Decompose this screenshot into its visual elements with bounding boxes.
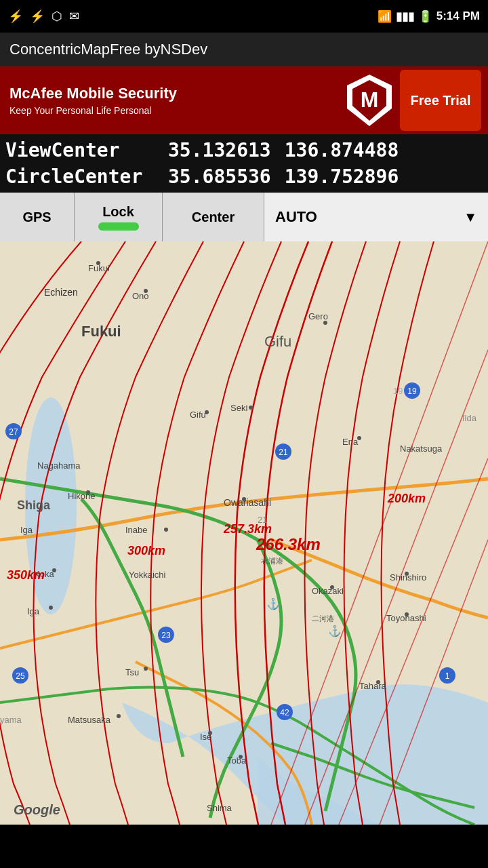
- svg-point-33: [52, 568, 56, 572]
- wifi-icon: 📶: [378, 9, 392, 24]
- svg-text:Inabe: Inabe: [125, 525, 148, 535]
- view-center-row: ViewCenter 35.132613 136.874488: [5, 137, 483, 163]
- auto-dropdown[interactable]: AUTO ▼: [264, 193, 488, 241]
- view-center-lat: 35.132613: [168, 137, 271, 163]
- center-label: Center: [192, 210, 235, 225]
- lock-button[interactable]: Lock: [75, 193, 163, 241]
- view-center-label: ViewCenter: [5, 137, 168, 163]
- svg-text:yama: yama: [0, 715, 22, 725]
- svg-point-24: [86, 490, 90, 494]
- lock-indicator: [98, 222, 139, 231]
- svg-text:M: M: [361, 87, 379, 112]
- svg-text:23: 23: [161, 631, 171, 640]
- svg-point-15: [205, 410, 209, 414]
- svg-text:Tsu: Tsu: [125, 667, 139, 677]
- svg-text:Gifu: Gifu: [264, 333, 291, 350]
- svg-text:衣浦港: 衣浦港: [261, 557, 283, 565]
- svg-text:300km: 300km: [127, 544, 165, 557]
- gmail-icon: ✉: [69, 9, 79, 24]
- svg-text:Matsusaka: Matsusaka: [68, 715, 111, 725]
- map-container[interactable]: Fukui Echizen Ono Fukui Gero Gifu Gifu S…: [0, 241, 488, 825]
- ad-cta-label: Free Trial: [411, 92, 471, 108]
- svg-text:Seki: Seki: [230, 403, 247, 413]
- svg-text:350km: 350km: [7, 568, 45, 582]
- ad-content: McAfee Mobile Security Keep Your Persona…: [0, 78, 339, 123]
- svg-point-61: [208, 731, 212, 735]
- svg-text:21: 21: [279, 448, 288, 457]
- gps-label: GPS: [22, 210, 51, 225]
- svg-text:Gifu: Gifu: [190, 410, 206, 420]
- battery-icon: 🔋: [418, 9, 432, 24]
- svg-point-63: [239, 755, 243, 759]
- svg-text:19: 19: [393, 386, 403, 396]
- view-center-lng: 136.874488: [285, 137, 399, 163]
- circle-center-lng: 139.752896: [285, 163, 399, 190]
- circle-center-label: CircleCenter: [5, 163, 168, 190]
- svg-text:1: 1: [445, 671, 450, 681]
- svg-text:25: 25: [16, 671, 25, 681]
- svg-point-66: [376, 680, 380, 684]
- svg-point-29: [164, 528, 168, 532]
- svg-point-19: [357, 436, 361, 440]
- svg-text:Iga: Iga: [27, 606, 40, 616]
- app-title: ConcentricMapFree byNSDev: [9, 41, 207, 58]
- svg-text:27: 27: [9, 427, 18, 437]
- svg-point-58: [117, 714, 121, 718]
- signal-icon: ▮▮▮: [396, 9, 414, 24]
- auto-label: AUTO: [275, 208, 317, 226]
- svg-point-40: [405, 612, 409, 616]
- svg-text:257.3km: 257.3km: [223, 522, 272, 536]
- svg-text:Nakatsuga: Nakatsuga: [400, 443, 443, 454]
- svg-point-6: [96, 261, 100, 265]
- svg-text:266.3km: 266.3km: [256, 535, 321, 553]
- svg-text:⚓: ⚓: [266, 597, 280, 610]
- svg-point-70: [405, 572, 409, 576]
- google-watermark: Google: [14, 802, 60, 818]
- ad-logo: M: [339, 70, 400, 131]
- svg-text:19: 19: [407, 387, 417, 396]
- ad-cta-button[interactable]: Free Trial: [400, 70, 481, 131]
- android-icon: ⬡: [52, 9, 62, 24]
- svg-text:Tahara: Tahara: [359, 681, 387, 691]
- circle-center-row: CircleCenter 35.685536 139.752896: [5, 163, 483, 190]
- svg-point-9: [144, 289, 148, 293]
- lock-label: Lock: [102, 204, 134, 220]
- svg-text:Gero: Gero: [308, 311, 328, 321]
- svg-text:二河港: 二河港: [312, 614, 334, 623]
- svg-point-35: [49, 606, 53, 610]
- svg-text:Ena: Ena: [342, 437, 359, 447]
- ad-subtitle: Keep Your Personal Life Personal: [9, 105, 329, 116]
- ad-title: McAfee Mobile Security: [9, 85, 329, 102]
- ad-banner[interactable]: McAfee Mobile Security Keep Your Persona…: [0, 66, 488, 134]
- title-bar: ConcentricMapFree byNSDev: [0, 33, 488, 66]
- svg-text:Iida: Iida: [462, 413, 477, 423]
- svg-text:⚓: ⚓: [328, 625, 342, 637]
- svg-point-12: [323, 321, 327, 325]
- svg-point-27: [242, 497, 246, 501]
- chevron-down-icon: ▼: [464, 210, 477, 225]
- svg-text:Shima: Shima: [207, 803, 232, 813]
- svg-text:Echizen: Echizen: [44, 287, 78, 298]
- coordinates-section: ViewCenter 35.132613 136.874488 CircleCe…: [0, 134, 488, 193]
- gps-button[interactable]: GPS: [0, 193, 75, 241]
- status-icons-left: ⚡ ⚡ ⬡ ✉: [8, 9, 79, 24]
- status-icons-right: 📶 ▮▮▮ 🔋 5:14 PM: [378, 9, 480, 24]
- svg-point-38: [330, 585, 334, 589]
- status-bar: ⚡ ⚡ ⬡ ✉ 📶 ▮▮▮ 🔋 5:14 PM: [0, 0, 488, 33]
- svg-text:42: 42: [280, 708, 289, 717]
- svg-text:Okazaki: Okazaki: [312, 586, 344, 596]
- svg-point-56: [144, 667, 148, 671]
- svg-text:Nagahama: Nagahama: [37, 460, 81, 471]
- svg-text:Iga: Iga: [20, 525, 33, 535]
- time-display: 5:14 PM: [436, 9, 480, 23]
- svg-text:Hikone: Hikone: [68, 491, 95, 501]
- usb2-icon: ⚡: [30, 9, 45, 24]
- svg-text:200km: 200km: [387, 492, 426, 505]
- svg-text:Fukui: Fukui: [81, 323, 121, 340]
- usb1-icon: ⚡: [8, 9, 23, 24]
- svg-point-17: [249, 406, 253, 410]
- center-button[interactable]: Center: [163, 193, 264, 241]
- controls-bar: GPS Lock Center AUTO ▼: [0, 193, 488, 241]
- svg-text:Toba: Toba: [227, 755, 247, 766]
- svg-text:Owariasahi: Owariasahi: [224, 497, 271, 508]
